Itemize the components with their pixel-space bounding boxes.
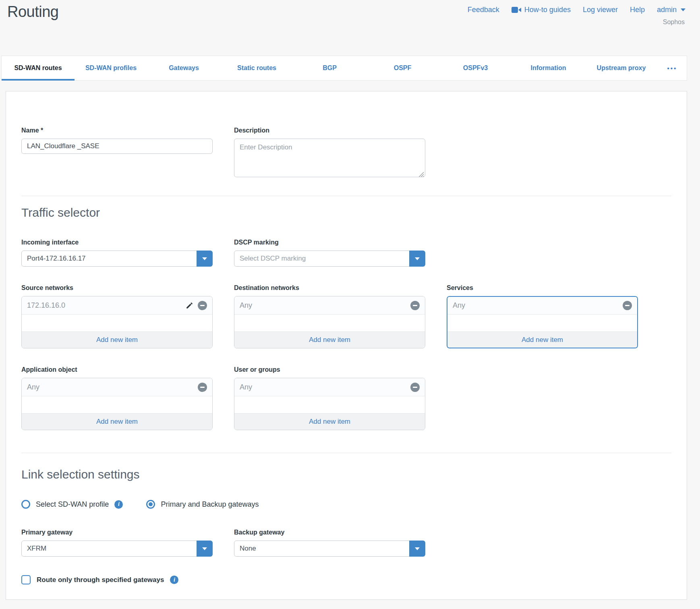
radio-label: Primary and Backup gateways: [161, 500, 259, 509]
list-empty-area: [22, 315, 212, 331]
radio-label: Select SD-WAN profile: [36, 500, 109, 509]
add-new-item-button[interactable]: Add new item: [22, 331, 212, 348]
dropdown-button[interactable]: [409, 541, 425, 557]
list-item-value: Any: [240, 383, 406, 392]
name-label: Name *: [21, 127, 213, 134]
dscp-marking-label: DSCP marking: [234, 239, 425, 246]
info-icon[interactable]: i: [170, 576, 178, 584]
list-item-value: Any: [453, 301, 619, 310]
page-title: Routing: [7, 3, 58, 21]
more-icon: •••: [667, 65, 677, 72]
howto-guides-label: How-to guides: [524, 6, 571, 14]
incoming-interface-value: Port4-172.16.16.17: [27, 255, 86, 263]
user-or-groups-label: User or groups: [234, 366, 425, 373]
radio-icon[interactable]: [21, 500, 30, 509]
list-item: 172.16.16.0: [22, 296, 212, 315]
remove-icon[interactable]: [410, 383, 420, 392]
admin-menu[interactable]: admin: [657, 6, 686, 14]
page-header: Routing Feedback How-to guides Log viewe…: [0, 0, 700, 56]
backup-gateway-select[interactable]: None: [234, 541, 425, 557]
gateways-row: Primary gateway XFRM Backup gateway None: [21, 529, 671, 557]
howto-guides-link[interactable]: How-to guides: [512, 6, 571, 14]
services-list: Any Add new item: [447, 296, 638, 348]
list-empty-area: [234, 315, 425, 331]
tab-ospfv3[interactable]: OSPFv3: [439, 56, 512, 80]
link-selection-options: Select SD-WAN profile i Primary and Back…: [21, 500, 671, 509]
add-new-item-button[interactable]: Add new item: [234, 331, 425, 348]
chevron-down-icon: [202, 547, 207, 550]
help-label: Help: [630, 6, 645, 14]
tab-information[interactable]: Information: [512, 56, 585, 80]
info-icon[interactable]: i: [114, 500, 123, 509]
list-empty-area: [234, 396, 425, 413]
description-label: Description: [234, 127, 425, 134]
add-new-item-button[interactable]: Add new item: [22, 413, 212, 430]
incoming-interface-select[interactable]: Port4-172.16.16.17: [21, 251, 213, 267]
tab-bgp[interactable]: BGP: [293, 56, 366, 80]
tab-upstream-proxy[interactable]: Upstream proxy: [585, 56, 658, 80]
log-viewer-link[interactable]: Log viewer: [583, 6, 618, 14]
header-links: Feedback How-to guides Log viewer Help a…: [468, 6, 686, 14]
video-camera-icon: [512, 7, 521, 13]
tab-more-menu[interactable]: •••: [658, 56, 687, 80]
application-object-list: Any Add new item: [21, 378, 213, 430]
help-link[interactable]: Help: [630, 6, 645, 14]
list-item: Any: [447, 297, 637, 315]
dscp-marking-select[interactable]: Select DSCP marking: [234, 251, 425, 267]
chevron-down-icon: [202, 257, 207, 260]
user-or-groups-list: Any Add new item: [234, 378, 425, 430]
remove-icon[interactable]: [198, 301, 207, 310]
tab-ospf[interactable]: OSPF: [366, 56, 439, 80]
primary-gateway-value: XFRM: [27, 545, 46, 553]
traffic-selector-heading: Traffic selector: [21, 206, 671, 220]
tab-gateways[interactable]: Gateways: [147, 56, 220, 80]
radio-primary-backup-gateways[interactable]: Primary and Backup gateways: [146, 500, 259, 509]
chevron-down-icon: [415, 257, 420, 260]
list-item-value: Any: [240, 301, 406, 310]
tab-label: Static routes: [237, 64, 276, 72]
route-only-label: Route only through specified gateways: [37, 576, 164, 584]
admin-menu-label: admin: [657, 6, 677, 14]
route-only-checkbox[interactable]: [21, 575, 31, 584]
tab-label: Information: [531, 64, 566, 72]
route-only-row: Route only through specified gateways i: [21, 575, 671, 584]
remove-icon[interactable]: [623, 301, 632, 310]
list-item-value: Any: [27, 383, 194, 392]
primary-gateway-select[interactable]: XFRM: [21, 541, 213, 557]
dropdown-button[interactable]: [197, 541, 213, 557]
tab-sdwan-routes[interactable]: SD-WAN routes: [2, 56, 75, 80]
dropdown-button[interactable]: [409, 251, 425, 267]
list-item: Any: [234, 378, 425, 396]
feedback-link[interactable]: Feedback: [468, 6, 499, 14]
radio-select-sdwan-profile[interactable]: Select SD-WAN profile i: [21, 500, 123, 509]
list-empty-area: [22, 396, 212, 413]
primary-gateway-label: Primary gateway: [21, 529, 213, 536]
remove-icon[interactable]: [410, 301, 420, 310]
tab-label: Upstream proxy: [597, 64, 646, 72]
feedback-link-label: Feedback: [468, 6, 499, 14]
application-users-row: Application object Any Add new item User…: [21, 366, 671, 430]
tab-sdwan-profiles[interactable]: SD-WAN profiles: [75, 56, 147, 80]
radio-icon-checked[interactable]: [146, 500, 155, 509]
dscp-marking-placeholder: Select DSCP marking: [240, 255, 306, 263]
edit-icon[interactable]: [185, 301, 194, 310]
tab-label: SD-WAN profiles: [85, 64, 137, 72]
services-label: Services: [447, 284, 638, 292]
add-new-item-button[interactable]: Add new item: [447, 331, 637, 348]
backup-gateway-value: None: [240, 545, 256, 553]
dropdown-button[interactable]: [197, 251, 213, 267]
tab-static-routes[interactable]: Static routes: [220, 56, 293, 80]
log-viewer-label: Log viewer: [583, 6, 618, 14]
interface-dscp-row: Incoming interface Port4-172.16.16.17 DS…: [21, 239, 671, 267]
remove-icon[interactable]: [198, 383, 207, 392]
org-name: Sophos: [663, 19, 685, 26]
section-divider: [21, 453, 671, 453]
tab-label: BGP: [323, 64, 337, 72]
tab-label: OSPFv3: [463, 64, 488, 72]
incoming-interface-label: Incoming interface: [21, 239, 213, 246]
name-description-row: Name * Description: [21, 127, 671, 179]
name-input[interactable]: [21, 139, 213, 154]
description-textarea[interactable]: [234, 139, 425, 177]
add-new-item-button[interactable]: Add new item: [234, 413, 425, 430]
list-item: Any: [234, 296, 425, 315]
